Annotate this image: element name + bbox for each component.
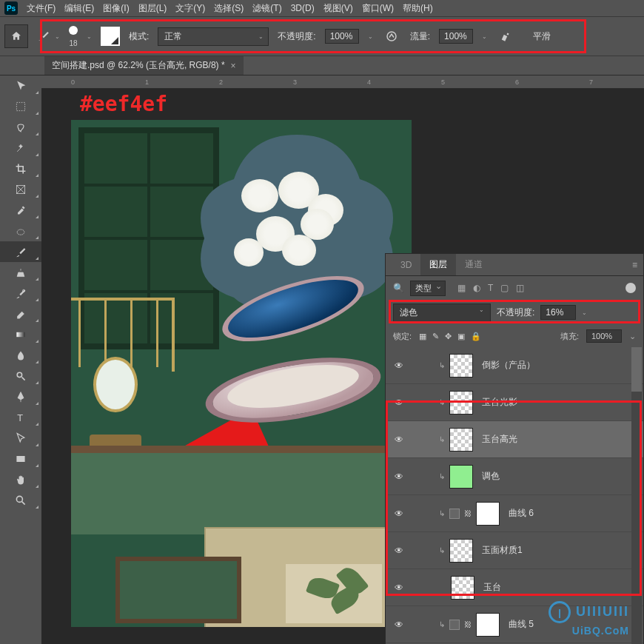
tab-channels[interactable]: 通道 — [456, 254, 492, 275]
flow-input[interactable]: 100% — [439, 29, 473, 44]
layer-name[interactable]: 曲线 5 — [509, 618, 534, 631]
crop-tool[interactable] — [0, 158, 41, 179]
visibility-toggle-icon[interactable]: 👁 — [392, 360, 406, 371]
filter-toggle[interactable] — [625, 283, 636, 293]
tab-layers[interactable]: 图层 — [420, 254, 456, 275]
airbrush-icon[interactable] — [496, 27, 515, 46]
brush-panel-toggle-icon[interactable] — [101, 27, 120, 46]
menu-view[interactable]: 视图(V) — [323, 2, 353, 15]
layer-thumbnail[interactable] — [449, 465, 473, 489]
clone-tool[interactable] — [0, 262, 41, 283]
pressure-opacity-icon[interactable] — [382, 27, 401, 46]
move-tool[interactable] — [0, 76, 41, 96]
scrollbar-thumb[interactable] — [631, 347, 642, 392]
panel-menu-icon[interactable]: ≡ — [632, 260, 637, 270]
visibility-toggle-icon[interactable]: 👁 — [392, 620, 406, 630]
blur-tool[interactable] — [0, 345, 41, 366]
layer-name[interactable]: 曲线 6 — [509, 507, 534, 520]
visibility-toggle-icon[interactable]: 👁 — [392, 398, 406, 408]
type-tool[interactable]: T — [0, 407, 41, 428]
layer-opacity-input[interactable]: 16% — [540, 305, 576, 320]
layer-name[interactable]: 玉台高光 — [482, 433, 517, 446]
filter-type-icon[interactable]: T — [488, 283, 493, 293]
blend-mode-select[interactable]: 正常 ⌄ — [158, 27, 269, 46]
history-brush-tool[interactable] — [0, 283, 41, 303]
zoom-tool[interactable] — [0, 490, 41, 511]
pen-tool[interactable] — [0, 386, 41, 407]
layer-thumbnail[interactable] — [476, 613, 500, 637]
filter-smart-icon[interactable]: ◫ — [516, 283, 524, 293]
magic-wand-tool[interactable] — [0, 138, 41, 158]
menu-3d[interactable]: 3D(D) — [291, 3, 315, 13]
hand-tool[interactable] — [0, 469, 41, 490]
menu-filter[interactable]: 滤镜(T) — [252, 2, 281, 15]
opacity-input[interactable]: 100% — [325, 29, 359, 44]
menu-layer[interactable]: 图层(L) — [138, 2, 167, 15]
layer-row[interactable]: 👁↳⛓曲线 6 — [386, 495, 643, 532]
layer-name[interactable]: 倒影（产品） — [482, 359, 535, 372]
brush-size-preview[interactable]: 18 — [69, 26, 78, 47]
layer-row[interactable]: 👁↳倒影（产品） — [386, 347, 643, 384]
filter-pixel-icon[interactable]: ▦ — [457, 283, 466, 293]
layer-row[interactable]: 👁↳调色 — [386, 458, 643, 495]
brush-preset-picker[interactable]: ⌄ — [37, 30, 60, 43]
layer-thumbnail[interactable] — [449, 391, 473, 415]
layer-thumbnail[interactable] — [449, 539, 473, 563]
layer-name[interactable]: 玉台光影 — [482, 396, 517, 409]
filter-type-select[interactable]: 类型 — [410, 281, 446, 296]
dodge-tool[interactable] — [0, 366, 41, 386]
marquee-tool[interactable] — [0, 96, 41, 117]
menu-type[interactable]: 文字(Y) — [175, 2, 205, 15]
layer-thumbnail[interactable] — [449, 428, 473, 452]
lock-transparent-icon[interactable]: ▦ — [419, 332, 426, 341]
scrollbar[interactable] — [631, 347, 642, 644]
layer-name[interactable]: 玉面材质1 — [482, 544, 523, 557]
chevron-down-icon[interactable]: ⌄ — [629, 332, 636, 341]
lasso-tool[interactable] — [0, 117, 41, 138]
chevron-down-icon[interactable]: ⌄ — [582, 309, 587, 316]
filter-adjust-icon[interactable]: ◐ — [473, 283, 480, 293]
chevron-down-icon[interactable]: ⌄ — [87, 33, 92, 40]
visibility-toggle-icon[interactable]: 👁 — [392, 509, 406, 519]
layer-row[interactable]: 👁↳玉面材质1 — [386, 532, 643, 569]
visibility-toggle-icon[interactable]: 👁 — [392, 583, 406, 593]
rectangle-tool[interactable] — [0, 449, 41, 469]
layer-row[interactable]: 👁↳玉台高光 — [386, 421, 643, 458]
lock-artboard-icon[interactable]: ▣ — [457, 332, 465, 341]
ruler-horizontal[interactable]: 012345678 — [41, 76, 644, 89]
lock-paint-icon[interactable]: ✎ — [432, 332, 439, 341]
eraser-tool[interactable] — [0, 303, 41, 324]
layer-name[interactable]: 调色 — [482, 470, 500, 483]
canvas[interactable] — [71, 120, 412, 627]
layer-name[interactable]: 玉台 — [483, 581, 501, 594]
frame-tool[interactable] — [0, 179, 41, 200]
layer-thumbnail[interactable] — [476, 502, 500, 526]
menu-select[interactable]: 选择(S) — [214, 2, 244, 15]
close-icon[interactable]: × — [231, 61, 236, 71]
brush-tool[interactable] — [0, 241, 41, 262]
menu-image[interactable]: 图像(I) — [103, 2, 129, 15]
path-select-tool[interactable] — [0, 428, 41, 449]
menu-file[interactable]: 文件(F) — [27, 2, 56, 15]
gradient-tool[interactable] — [0, 324, 41, 345]
patch-tool[interactable] — [0, 221, 41, 241]
visibility-toggle-icon[interactable]: 👁 — [392, 472, 406, 482]
eyedropper-tool[interactable] — [0, 200, 41, 221]
layer-row[interactable]: 👁↳玉台光影 — [386, 384, 643, 421]
filter-shape-icon[interactable]: ▢ — [500, 283, 509, 293]
layer-blend-select[interactable]: 滤色 ⌄ — [393, 303, 491, 322]
lock-position-icon[interactable]: ✥ — [445, 332, 452, 341]
visibility-toggle-icon[interactable]: 👁 — [392, 435, 406, 445]
document-tab[interactable]: 空间搭建.psd @ 62.2% (玉台高光, RGB/8) * × — [44, 56, 244, 75]
menu-edit[interactable]: 编辑(E) — [64, 2, 94, 15]
link-icon[interactable]: ⛓ — [464, 509, 472, 517]
layer-thumbnail[interactable] — [449, 354, 473, 378]
layer-thumbnail[interactable] — [451, 576, 474, 600]
visibility-toggle-icon[interactable]: 👁 — [392, 546, 406, 556]
chevron-down-icon[interactable]: ⌄ — [368, 33, 373, 40]
home-icon[interactable] — [4, 24, 28, 48]
lock-all-icon[interactable]: 🔒 — [471, 332, 481, 341]
link-icon[interactable]: ⛓ — [464, 620, 472, 628]
menu-help[interactable]: 帮助(H) — [403, 2, 433, 15]
tab-3d[interactable]: 3D — [392, 255, 420, 275]
